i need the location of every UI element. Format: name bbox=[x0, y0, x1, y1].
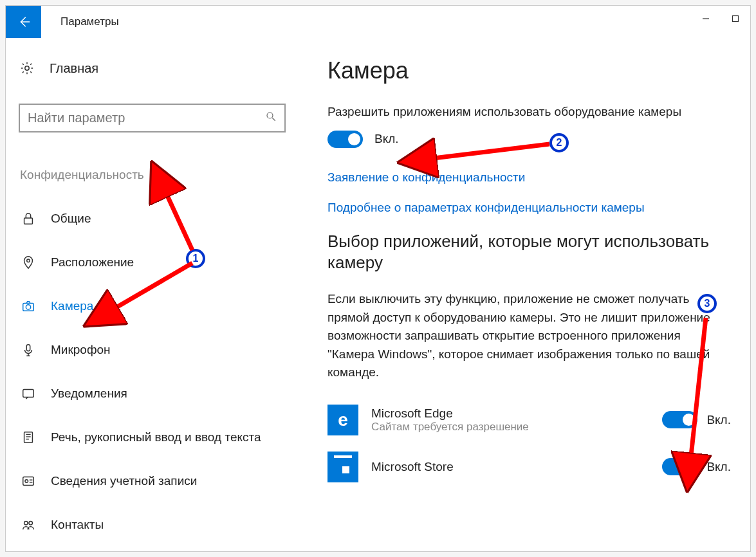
choose-apps-description: Если выключить эту функцию, приложение н… bbox=[327, 290, 731, 382]
sidebar-item-label: Речь, рукописный ввод и ввод текста bbox=[51, 430, 261, 444]
svg-point-17 bbox=[24, 522, 28, 525]
sidebar-item-speech[interactable]: Речь, рукописный ввод и ввод текста bbox=[19, 419, 286, 456]
svg-point-8 bbox=[26, 305, 30, 309]
window-controls bbox=[691, 6, 750, 32]
contacts-icon bbox=[20, 516, 37, 533]
sidebar: Главная Конфиденциальность Общие Располо… bbox=[6, 38, 299, 551]
svg-point-3 bbox=[267, 113, 273, 118]
sidebar-item-label: Контакты bbox=[51, 518, 104, 532]
annotation-badge-2: 2 bbox=[549, 133, 569, 152]
settings-window: Параметры Главная Конфиденциальность bbox=[5, 5, 751, 552]
svg-line-4 bbox=[272, 118, 275, 121]
svg-rect-5 bbox=[24, 218, 33, 224]
sidebar-item-label: Камера bbox=[51, 299, 93, 313]
sidebar-item-label: Общие bbox=[51, 212, 91, 226]
search-input[interactable] bbox=[28, 111, 265, 125]
category-label: Конфиденциальность bbox=[19, 168, 286, 182]
sidebar-item-microphone[interactable]: Микрофон bbox=[19, 331, 286, 369]
toggle-state-label: Вкл. bbox=[374, 132, 399, 146]
app-toggle-edge[interactable] bbox=[662, 411, 697, 428]
annotation-badge-1: 1 bbox=[186, 249, 205, 268]
app-name: Microsoft Edge bbox=[371, 406, 662, 421]
svg-point-6 bbox=[27, 259, 30, 262]
svg-rect-11 bbox=[24, 432, 33, 443]
app-toggle-store[interactable] bbox=[662, 458, 697, 475]
titlebar: Параметры bbox=[6, 6, 750, 38]
gear-icon bbox=[19, 60, 35, 77]
sidebar-item-contacts[interactable]: Контакты bbox=[19, 506, 286, 543]
sidebar-item-label: Расположение bbox=[51, 255, 134, 269]
sidebar-item-label: Сведения учетной записи bbox=[51, 474, 197, 488]
svg-point-16 bbox=[25, 480, 28, 483]
svg-point-18 bbox=[29, 522, 32, 525]
window-title: Параметры bbox=[60, 15, 119, 28]
store-icon bbox=[327, 452, 358, 482]
notifications-icon bbox=[20, 385, 37, 402]
location-icon bbox=[20, 254, 37, 271]
annotation-badge-3: 3 bbox=[697, 294, 717, 313]
app-row-store: Microsoft Store Вкл. bbox=[327, 452, 731, 482]
sidebar-item-account[interactable]: Сведения учетной записи bbox=[19, 462, 286, 500]
edge-icon: e bbox=[327, 405, 358, 435]
svg-point-2 bbox=[25, 66, 29, 70]
app-toggle-state: Вкл. bbox=[706, 413, 731, 427]
allow-apps-toggle[interactable] bbox=[327, 131, 363, 148]
privacy-statement-link[interactable]: Заявление о конфиденциальности bbox=[327, 170, 731, 185]
content-pane: Камера Разрешить приложениям использоват… bbox=[299, 38, 750, 551]
back-button[interactable] bbox=[6, 6, 41, 38]
allow-apps-label: Разрешить приложениям использовать обору… bbox=[327, 104, 731, 121]
home-label: Главная bbox=[50, 61, 98, 76]
account-icon bbox=[20, 473, 37, 489]
sidebar-item-notifications[interactable]: Уведомления bbox=[19, 375, 286, 412]
sidebar-item-general[interactable]: Общие bbox=[19, 200, 286, 237]
microphone-icon bbox=[20, 342, 37, 358]
app-subtitle: Сайтам требуется разрешение bbox=[371, 421, 662, 434]
learn-more-link[interactable]: Подробнее о параметрах конфиденциальност… bbox=[327, 201, 731, 215]
app-toggle-state: Вкл. bbox=[706, 460, 731, 474]
camera-icon bbox=[20, 298, 37, 315]
arrow-left-icon bbox=[17, 15, 31, 29]
svg-rect-9 bbox=[26, 345, 30, 351]
app-row-edge: e Microsoft Edge Сайтам требуется разреш… bbox=[327, 405, 731, 435]
minimize-button[interactable] bbox=[691, 6, 721, 32]
search-icon bbox=[265, 111, 277, 125]
choose-apps-heading: Выбор приложений, которые могут использо… bbox=[327, 231, 731, 275]
home-link[interactable]: Главная bbox=[19, 57, 286, 79]
sidebar-item-label: Уведомления bbox=[51, 387, 127, 401]
lock-icon bbox=[20, 210, 37, 227]
page-heading: Камера bbox=[327, 57, 731, 84]
sidebar-item-location[interactable]: Расположение bbox=[19, 244, 286, 281]
svg-rect-1 bbox=[733, 16, 739, 22]
svg-rect-10 bbox=[23, 390, 34, 397]
sidebar-item-camera[interactable]: Камера bbox=[19, 288, 286, 325]
speech-icon bbox=[20, 429, 37, 446]
sidebar-item-label: Микрофон bbox=[51, 343, 111, 357]
app-name: Microsoft Store bbox=[371, 460, 662, 474]
search-box[interactable] bbox=[19, 104, 286, 132]
